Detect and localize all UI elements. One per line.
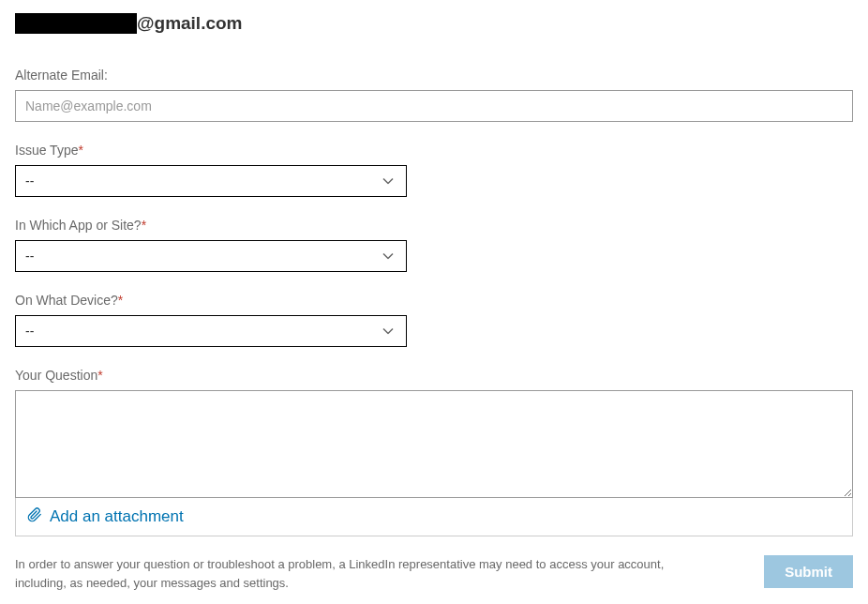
redacted-email-prefix <box>15 13 137 34</box>
device-label: On What Device?* <box>15 293 853 308</box>
question-group: Your Question* Add an attachment <box>15 368 853 536</box>
issue-type-select[interactable]: -- <box>15 165 407 197</box>
device-select-wrapper: -- <box>15 315 407 347</box>
device-select[interactable]: -- <box>15 315 407 347</box>
issue-type-label: Issue Type* <box>15 143 853 158</box>
alternate-email-label: Alternate Email: <box>15 68 853 83</box>
issue-type-group: Issue Type* -- <box>15 143 853 197</box>
alternate-email-input[interactable] <box>15 90 853 122</box>
app-or-site-select-wrapper: -- <box>15 240 407 272</box>
issue-type-select-wrapper: -- <box>15 165 407 197</box>
app-or-site-group: In Which App or Site?* -- <box>15 218 853 272</box>
app-or-site-select[interactable]: -- <box>15 240 407 272</box>
app-or-site-label: In Which App or Site?* <box>15 218 853 233</box>
email-suffix: @gmail.com <box>137 13 243 34</box>
primary-email-display: @gmail.com <box>15 13 853 34</box>
footer-row: In order to answer your question or trou… <box>15 555 853 592</box>
device-group: On What Device?* -- <box>15 293 853 347</box>
submit-button[interactable]: Submit <box>764 555 853 588</box>
alternate-email-group: Alternate Email: <box>15 68 853 122</box>
attachment-bar: Add an attachment <box>15 498 853 536</box>
question-textarea[interactable] <box>15 390 853 498</box>
add-attachment-link[interactable]: Add an attachment <box>50 507 184 526</box>
paperclip-icon <box>27 507 42 526</box>
disclaimer-text: In order to answer your question or trou… <box>15 555 690 592</box>
question-label: Your Question* <box>15 368 853 383</box>
